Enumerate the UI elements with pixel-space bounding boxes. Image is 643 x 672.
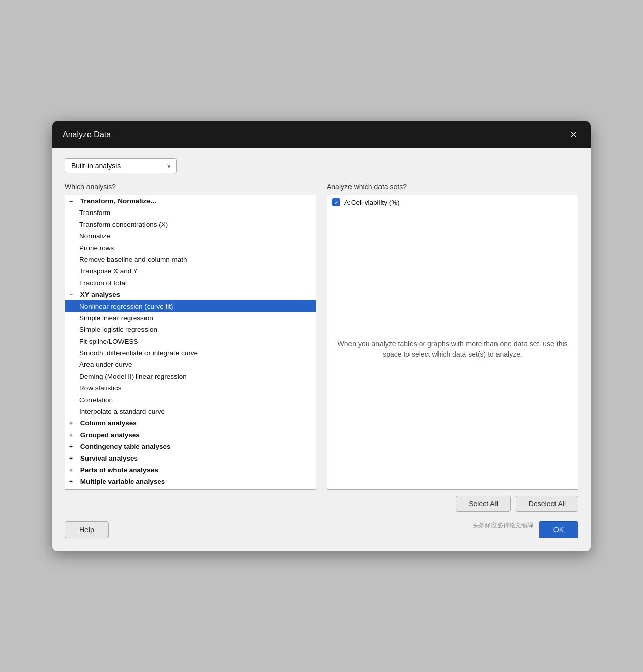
group-contingency[interactable]: + Contingency table analyses (65, 441, 316, 452)
help-button[interactable]: Help (65, 521, 109, 538)
group-multiple[interactable]: + Multiple variable analyses (65, 476, 316, 487)
item-nonlinear-regression[interactable]: Nonlinear regression (curve fit) (65, 300, 316, 312)
expander-survival: + (69, 455, 77, 462)
analysis-type-dropdown[interactable]: Built-in analysis (65, 158, 177, 173)
deselect-all-button[interactable]: Deselect All (516, 496, 578, 512)
item-transpose[interactable]: Transpose X and Y (65, 265, 316, 277)
item-interpolate[interactable]: Interpolate a standard curve (65, 406, 316, 417)
expander-parts: + (69, 467, 77, 474)
right-panel: Analyze which data sets? ✓ A:Cell viabil… (327, 182, 578, 512)
left-panel-label: Which analysis? (65, 182, 316, 191)
dropdown-row: Built-in analysis ∨ (65, 158, 578, 173)
group-column-label: Column analyses (80, 419, 137, 427)
group-nested[interactable]: + Nested analyses (65, 487, 316, 490)
footer-right: 头条@投必得论文编译 OK (473, 521, 578, 538)
main-content: Which analysis? − Transform, Normalize..… (65, 182, 578, 512)
dataset-label-a: A:Cell viability (%) (344, 199, 400, 206)
expander-multiple: + (69, 478, 77, 485)
expander-column: + (69, 420, 77, 427)
group-xy[interactable]: − XY analyses (65, 289, 316, 300)
ok-button[interactable]: OK (539, 521, 578, 538)
analyze-data-dialog: Analyze Data ✕ Built-in analysis ∨ Which… (52, 121, 591, 551)
dataset-checkbox-a[interactable]: ✓ (332, 198, 340, 206)
item-transform-concentrations[interactable]: Transform concentrations (X) (65, 219, 316, 230)
dataset-box: ✓ A:Cell viability (%) When you analyze … (327, 195, 578, 490)
expander-grouped: + (69, 432, 77, 439)
item-prune-rows[interactable]: Prune rows (65, 242, 316, 254)
dataset-btn-row: Select All Deselect All (327, 496, 578, 512)
item-fit-spline[interactable]: Fit spline/LOWESS (65, 335, 316, 347)
item-deming-regression[interactable]: Deming (Model II) linear regression (65, 371, 316, 382)
item-smooth-differentiate[interactable]: Smooth, differentiate or integrate curve (65, 347, 316, 359)
title-bar: Analyze Data ✕ (52, 121, 591, 148)
item-normalize[interactable]: Normalize (65, 230, 316, 242)
group-contingency-label: Contingency table analyses (80, 443, 171, 450)
right-panel-label: Analyze which data sets? (327, 182, 578, 191)
item-area-under-curve[interactable]: Area under curve (65, 359, 316, 371)
item-remove-baseline[interactable]: Remove baseline and column math (65, 254, 316, 265)
item-simple-linear-regression[interactable]: Simple linear regression (65, 312, 316, 324)
group-transform-label: Transform, Normalize... (80, 197, 156, 205)
dialog-title: Analyze Data (63, 130, 111, 139)
dialog-body: Built-in analysis ∨ Which analysis? − Tr… (52, 148, 591, 551)
watermark-text: 头条@投必得论文编译 (473, 521, 534, 538)
dropdown-wrapper: Built-in analysis ∨ (65, 158, 177, 173)
dataset-item-a[interactable]: ✓ A:Cell viability (%) (327, 195, 578, 209)
group-parts[interactable]: + Parts of whole analyses (65, 464, 316, 476)
analysis-list[interactable]: − Transform, Normalize... Transform Tran… (65, 195, 316, 490)
group-xy-label: XY analyses (80, 291, 121, 298)
item-fraction-of-total[interactable]: Fraction of total (65, 277, 316, 289)
expander-xy: − (69, 291, 77, 298)
group-survival-label: Survival analyses (80, 454, 138, 462)
check-icon: ✓ (334, 199, 339, 206)
item-transform[interactable]: Transform (65, 207, 316, 219)
select-all-button[interactable]: Select All (456, 496, 511, 512)
item-correlation[interactable]: Correlation (65, 394, 316, 406)
group-grouped-label: Grouped analyses (80, 431, 140, 439)
group-column[interactable]: + Column analyses (65, 417, 316, 429)
expander-contingency: + (69, 443, 77, 450)
left-panel: Which analysis? − Transform, Normalize..… (65, 182, 316, 512)
right-hint-area: When you analyze tables or graphs with m… (327, 209, 578, 489)
group-grouped[interactable]: + Grouped analyses (65, 429, 316, 441)
expander-transform: − (69, 198, 77, 205)
close-button[interactable]: ✕ (566, 128, 580, 142)
group-survival[interactable]: + Survival analyses (65, 452, 316, 464)
item-row-statistics[interactable]: Row statistics (65, 382, 316, 394)
footer-row: Help 头条@投必得论文编译 OK (65, 521, 578, 540)
right-hint-text: When you analyze tables or graphs with m… (337, 339, 568, 360)
group-parts-label: Parts of whole analyses (80, 466, 158, 474)
item-simple-logistic-regression[interactable]: Simple logistic regression (65, 324, 316, 335)
group-multiple-label: Multiple variable analyses (80, 478, 165, 485)
group-transform[interactable]: − Transform, Normalize... (65, 195, 316, 207)
